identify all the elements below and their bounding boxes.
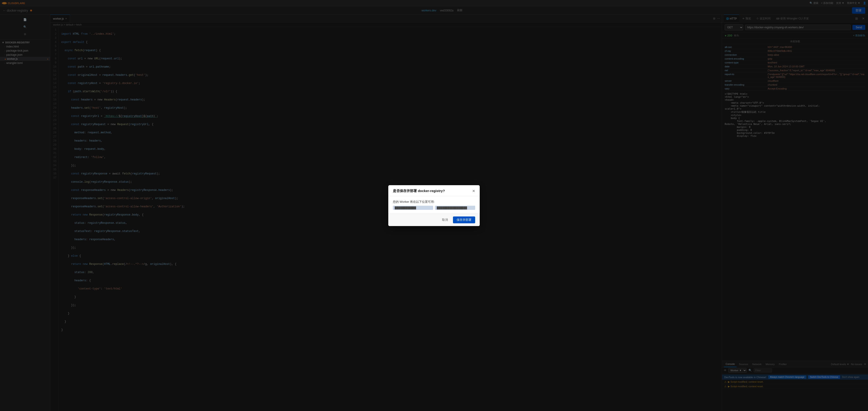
dialog-cancel-btn[interactable]: 取消 [439, 216, 451, 223]
dialog-close-btn[interactable]: ✕ [472, 189, 475, 193]
dialog-header: 是否保存并部署 docker-registry? ✕ [388, 185, 480, 196]
deploy-dialog: 是否保存并部署 docker-registry? ✕ 您的 Worker 将在以… [388, 185, 480, 226]
url-preview: ████████████ █████████████████ [393, 206, 475, 210]
dialog-footer: 取消 保存并部署 [388, 213, 480, 226]
dialog-body: 您的 Worker 将在以下位置可用: ████████████ ███████… [388, 196, 480, 213]
url-pill-1: ████████████ [393, 206, 433, 210]
url-pill-2: █████████████████ [435, 206, 475, 210]
dialog-overlay[interactable]: 是否保存并部署 docker-registry? ✕ 您的 Worker 将在以… [0, 0, 868, 411]
dialog-deploy-btn[interactable]: 保存并部署 [453, 216, 475, 223]
dialog-body-text: 您的 Worker 将在以下位置可用: [393, 200, 475, 204]
dialog-title: 是否保存并部署 docker-registry? [393, 189, 445, 193]
